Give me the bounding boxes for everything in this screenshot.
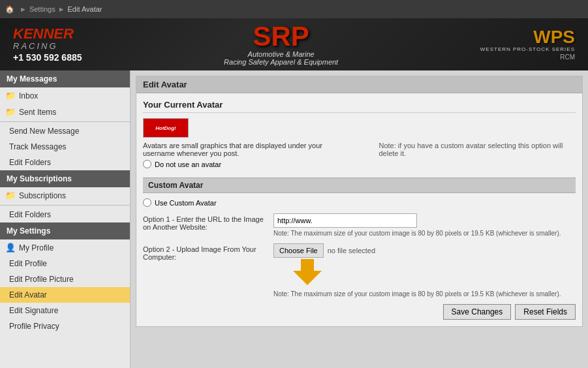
radio-no-avatar[interactable]	[143, 160, 151, 168]
main-layout: My Messages 📁 Inbox 📁 Sent Items Send Ne…	[0, 70, 588, 368]
option2-note: Note: The maximum size of your custom im…	[273, 290, 574, 298]
western-subtitle: WESTERN PRO-STOCK SERIES	[480, 46, 575, 52]
tagline1: Automotive & Marine	[224, 50, 338, 58]
delete-note: Note: if you have a custom avatar select…	[379, 142, 576, 157]
radio-use-custom-label: Use Custom Avatar	[155, 199, 217, 207]
arrow-head	[293, 271, 322, 285]
page-breadcrumb-current: Edit Avatar	[68, 5, 102, 13]
radio-use-custom-option: Use Custom Avatar	[143, 198, 576, 207]
srp-logo: SRP	[224, 23, 338, 50]
folder-sub-icon: 📁	[5, 191, 16, 200]
sidebar: My Messages 📁 Inbox 📁 Sent Items Send Ne…	[0, 70, 131, 368]
action-row: Save Changes Reset Fields	[143, 304, 576, 320]
option1-field: Note: The maximum size of your custom im…	[273, 213, 576, 237]
banner-logo-left: Kenner RACING +1 530 592 6885	[13, 27, 82, 63]
avatar-image: HotDog!	[143, 118, 189, 138]
top-bar: 🏠 ► Settings ► Edit Avatar	[0, 0, 588, 18]
sidebar-item-send-message[interactable]: Send New Message	[0, 123, 130, 139]
sidebar-item-profile-privacy[interactable]: Profile Privacy	[0, 318, 130, 334]
content-area: Edit Avatar Your Current Avatar HotDog! …	[131, 70, 588, 368]
breadcrumb-separator: ►	[20, 5, 27, 13]
option1-row: Option 1 - Enter the URL to the Image on…	[143, 213, 576, 237]
avatar-desc-col: Avatars are small graphics that are disp…	[143, 142, 353, 171]
phone-number: +1 530 592 6885	[13, 52, 82, 63]
content-box: Edit Avatar Your Current Avatar HotDog! …	[136, 76, 583, 327]
arrow-down	[293, 259, 322, 285]
custom-avatar-section-header: Custom Avatar	[143, 177, 576, 193]
avatar-text: HotDog!	[155, 125, 176, 131]
folder-icon: 📁	[5, 91, 16, 100]
no-file-label: no file selected	[328, 247, 375, 254]
option2-label: Option 2 - Upload Image From Your Comput…	[143, 243, 273, 261]
sidebar-item-track-messages[interactable]: Track Messages	[0, 139, 130, 155]
section-current-avatar: Your Current Avatar	[143, 100, 576, 113]
content-box-body: Your Current Avatar HotDog! Avatars are …	[136, 93, 582, 326]
banner-center: SRP Automotive & Marine Racing Safety Ap…	[224, 23, 338, 66]
sidebar-item-edit-folders-sub[interactable]: Edit Folders	[0, 207, 130, 222]
option1-label: Option 1 - Enter the URL to the Image on…	[143, 213, 273, 231]
avatar-description: Avatars are small graphics that are disp…	[143, 142, 353, 157]
option2-row: Option 2 - Upload Image From Your Comput…	[143, 243, 576, 298]
banner: Kenner RACING +1 530 592 6885 SRP Automo…	[0, 18, 588, 70]
file-row: Choose File no file selected	[273, 243, 576, 258]
radio-no-avatar-option: Do not use an avatar	[143, 160, 353, 168]
sidebar-item-edit-avatar[interactable]: Edit Avatar	[0, 287, 130, 303]
kenner-brand: Kenner	[13, 27, 74, 41]
breadcrumb-separator2: ►	[58, 5, 65, 13]
arrow-shaft	[301, 259, 314, 271]
radio-use-custom[interactable]	[143, 198, 151, 207]
folder-sent-icon: 📁	[5, 107, 16, 117]
reset-fields-button[interactable]: Reset Fields	[515, 304, 576, 320]
racing-sub: RACING	[13, 41, 58, 51]
custom-avatar-section: Use Custom Avatar Option 1 - Enter the U…	[143, 198, 576, 320]
banner-right: WPS WESTERN PRO-STOCK SERIES RCM	[480, 28, 575, 61]
sidebar-item-edit-folders-msg[interactable]: Edit Folders	[0, 155, 130, 170]
avatar-description-row: Avatars are small graphics that are disp…	[143, 142, 576, 171]
settings-breadcrumb[interactable]: Settings	[29, 5, 55, 13]
option1-note: Note: The maximum size of your custom im…	[273, 230, 574, 237]
url-input[interactable]	[273, 213, 417, 228]
tagline2: Racing Safety Apparel & Equipment	[224, 58, 338, 66]
sidebar-item-edit-signature[interactable]: Edit Signature	[0, 303, 130, 318]
sidebar-item-subscriptions[interactable]: 📁 Subscriptions	[0, 187, 130, 204]
choose-file-button[interactable]: Choose File	[273, 243, 324, 258]
wps-logo: WPS	[533, 28, 575, 46]
sidebar-item-my-profile[interactable]: 👤 My Profile	[0, 239, 130, 256]
sidebar-item-edit-profile[interactable]: Edit Profile	[0, 256, 130, 271]
my-messages-header: My Messages	[0, 70, 130, 87]
save-changes-button[interactable]: Save Changes	[443, 304, 512, 320]
option2-field: Choose File no file selected Note: The	[273, 243, 576, 298]
my-settings-header: My Settings	[0, 222, 130, 239]
rcm-tag: RCM	[560, 54, 575, 61]
note-col: Note: if you have a custom avatar select…	[366, 142, 576, 171]
home-icon[interactable]: 🏠	[5, 5, 14, 14]
content-box-header: Edit Avatar	[136, 76, 582, 93]
sidebar-item-edit-profile-picture[interactable]: Edit Profile Picture	[0, 271, 130, 287]
sidebar-item-sent[interactable]: 📁 Sent Items	[0, 104, 130, 120]
radio-no-avatar-label: Do not use an avatar	[155, 161, 221, 168]
current-avatar-section: HotDog! Avatars are small graphics that …	[143, 118, 576, 171]
person-icon: 👤	[5, 243, 16, 253]
sidebar-item-inbox[interactable]: 📁 Inbox	[0, 87, 130, 104]
my-subscriptions-header: My Subscriptions	[0, 170, 130, 187]
arrow-indicator	[293, 259, 576, 288]
